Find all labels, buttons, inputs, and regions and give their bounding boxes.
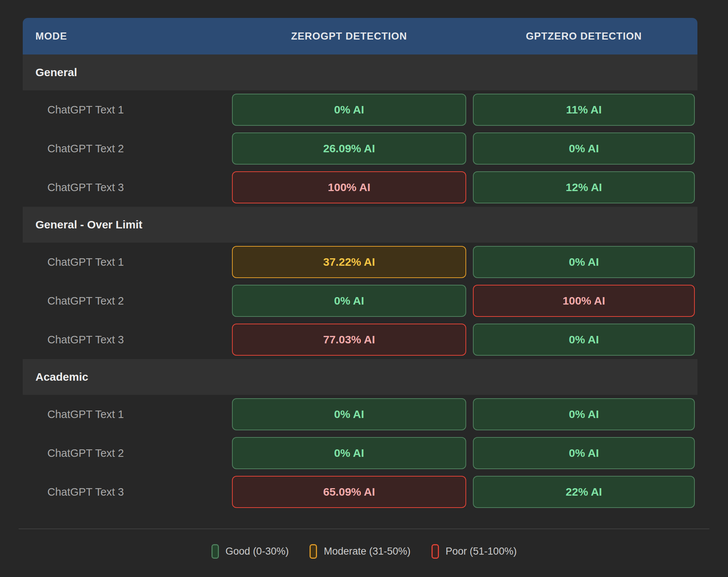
table-row: ChatGPT Text 3 100% AI 12% AI [23,168,697,207]
row-label: ChatGPT Text 3 [23,181,232,194]
row-label: ChatGPT Text 1 [23,104,232,116]
table-row: ChatGPT Text 3 65.09% AI 22% AI [23,472,697,511]
section-title: General [35,66,77,79]
row-label: ChatGPT Text 2 [23,295,232,307]
zerogpt-detection-badge: 0% AI [232,437,466,469]
table-row: ChatGPT Text 1 0% AI 11% AI [23,90,697,129]
legend-label: Moderate (31-50%) [324,546,411,557]
section-header-general: General [23,54,697,90]
poor-swatch-icon [432,544,439,559]
legend-item-moderate: Moderate (31-50%) [310,544,411,559]
good-swatch-icon [211,544,219,559]
zerogpt-detection-badge: 100% AI [232,171,466,203]
moderate-swatch-icon [310,544,317,559]
table-row: ChatGPT Text 2 0% AI 100% AI [23,281,697,320]
row-label: ChatGPT Text 2 [23,447,232,459]
legend-label: Good (0-30%) [226,546,289,557]
zerogpt-detection-badge: 0% AI [232,285,466,317]
gptzero-detection-badge: 11% AI [473,94,695,126]
footer-divider [19,528,709,529]
column-header-zerogpt: ZEROGPT DETECTION [232,31,466,42]
gptzero-detection-badge: 22% AI [473,476,695,508]
row-label: ChatGPT Text 1 [23,256,232,268]
legend-label: Poor (51-100%) [446,546,517,557]
gptzero-detection-badge: 0% AI [473,398,695,430]
table-row: ChatGPT Text 2 0% AI 0% AI [23,434,697,472]
table-header-row: MODE ZEROGPT DETECTION GPTZERO DETECTION [23,18,697,54]
row-label: ChatGPT Text 3 [23,486,232,498]
row-label: ChatGPT Text 3 [23,334,232,346]
zerogpt-detection-badge: 0% AI [232,94,466,126]
gptzero-detection-badge: 0% AI [473,246,695,278]
section-header-general-over-limit: General - Over Limit [23,207,697,243]
table-row: ChatGPT Text 1 0% AI 0% AI [23,395,697,434]
section-title: General - Over Limit [35,218,142,231]
column-header-gptzero: GPTZERO DETECTION [473,31,695,42]
row-label: ChatGPT Text 1 [23,408,232,421]
section-title: Academic [35,371,88,383]
section-header-academic: Academic [23,359,697,395]
zerogpt-detection-badge: 0% AI [232,398,466,430]
row-label: ChatGPT Text 2 [23,143,232,155]
gptzero-detection-badge: 0% AI [473,132,695,165]
table-row: ChatGPT Text 3 77.03% AI 0% AI [23,320,697,359]
zerogpt-detection-badge: 26.09% AI [232,132,466,165]
gptzero-detection-badge: 100% AI [473,285,695,317]
legend-item-good: Good (0-30%) [211,544,289,559]
zerogpt-detection-badge: 37.22% AI [232,246,466,278]
column-header-mode: MODE [23,31,232,42]
legend-item-poor: Poor (51-100%) [432,544,517,559]
table-row: ChatGPT Text 1 37.22% AI 0% AI [23,243,697,281]
gptzero-detection-badge: 12% AI [473,171,695,203]
detection-results-table: MODE ZEROGPT DETECTION GPTZERO DETECTION… [23,18,697,511]
gptzero-detection-badge: 0% AI [473,324,695,356]
zerogpt-detection-badge: 65.09% AI [232,476,466,508]
table-row: ChatGPT Text 2 26.09% AI 0% AI [23,129,697,168]
legend: Good (0-30%) Moderate (31-50%) Poor (51-… [0,544,728,559]
gptzero-detection-badge: 0% AI [473,437,695,469]
zerogpt-detection-badge: 77.03% AI [232,324,466,356]
